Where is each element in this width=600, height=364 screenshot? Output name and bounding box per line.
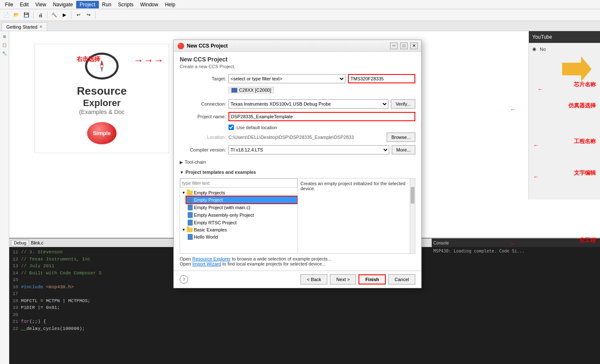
sidebar-icon-2[interactable]: 📋 [1, 41, 8, 49]
tab-close-icon[interactable]: ✕ [39, 24, 42, 29]
toolchain-header[interactable]: ▶ Tool-chain [180, 158, 415, 166]
desc-scrollbar[interactable] [410, 178, 415, 253]
tree-empty-project-mainc[interactable]: Empty Project (with main.c) [186, 204, 297, 211]
sidebar-icon-1[interactable]: ⊞ [1, 33, 8, 40]
dialog-body: New CCS Project Create a new CCS Project… [174, 52, 421, 271]
template-tree-panel: ▼ Empty Projects Empty Project [180, 178, 298, 253]
open-btn[interactable]: 📂 [12, 11, 21, 20]
sep4 [95, 11, 96, 19]
sep2 [47, 11, 48, 19]
location-value: C:\Users\DELL\Desktop\DSP\DSP28335_Examp… [228, 135, 384, 140]
arrow-icon-container [562, 52, 596, 87]
dialog-maximize-btn[interactable]: □ [400, 43, 408, 49]
undo-btn[interactable]: ↩ [74, 11, 83, 20]
compiler-select[interactable]: TI v18.12.4.LTS [228, 145, 389, 154]
menu-edit[interactable]: Edit [16, 1, 32, 8]
file-icon-5 [188, 234, 193, 240]
dialog-minimize-btn[interactable]: ─ [390, 43, 398, 49]
project-name-row: Project name: [180, 112, 415, 121]
console-output: MSP430: Loading complete. Code Si... [432, 247, 600, 255]
link-text-2: to browse a wide selection of example pr… [232, 256, 332, 261]
console-tab[interactable]: Console [433, 241, 449, 245]
dialog-main-title: New CCS Project [180, 56, 415, 63]
print-btn[interactable]: 🖨 [36, 11, 45, 20]
browse-btn[interactable]: Browse... [387, 133, 415, 142]
back-btn[interactable]: < Back [300, 274, 327, 284]
toolchain-label: Tool-chain [185, 159, 206, 165]
save-btn[interactable]: 💾 [22, 11, 31, 20]
templates-label: Project templates and examples [186, 170, 256, 175]
import-wizard-link[interactable]: Import Wizard [192, 261, 221, 266]
menu-window[interactable]: Window [137, 1, 162, 8]
default-location-checkbox[interactable] [228, 125, 234, 130]
folder-icon [187, 191, 193, 195]
sep3 [71, 11, 72, 19]
debug-btn[interactable]: ▶ [60, 11, 69, 20]
tree-empty-projects-folder[interactable]: ▼ Empty Projects [180, 189, 297, 196]
new-btn[interactable]: 📄 [2, 11, 11, 20]
connection-label: Connection: [180, 101, 226, 106]
blink-tab[interactable]: Blink.c [31, 241, 43, 245]
menu-run[interactable]: Run [99, 1, 115, 8]
basic-examples-label: Basic Examples [194, 227, 227, 232]
hello-world-label: Hello World [194, 234, 218, 239]
debug-tab[interactable]: Debug [11, 240, 29, 246]
cancel-btn[interactable]: Cancel [388, 274, 415, 284]
chip-label-icon [231, 88, 237, 93]
link-text-1: Open [180, 256, 192, 261]
link-row-1: Open Resource Explorer to browse a wide … [180, 256, 415, 261]
radio-btn[interactable]: ◉ [532, 46, 536, 52]
large-arrow-icon [562, 52, 596, 86]
toolbar: 📄 📂 💾 🖨 🔨 ▶ ↩ ↪ [0, 9, 600, 21]
empty-project-label: Empty Project [194, 197, 223, 202]
compiler-label: Compiler version: [180, 147, 226, 152]
dialog-title: New CCS Project [187, 43, 388, 49]
redo-btn[interactable]: ↪ [84, 11, 93, 20]
next-btn[interactable]: Next > [330, 274, 356, 284]
svg-marker-2 [562, 56, 592, 82]
tree-empty-project[interactable]: Empty Project [186, 196, 297, 204]
gs-title-2: Explorer [83, 98, 120, 109]
more-btn[interactable]: More... [392, 145, 415, 154]
target-select[interactable]: <select or type filter text> [228, 74, 345, 83]
target-row: Target: <select or type filter text> [180, 74, 415, 83]
tree-scroll: ▼ Empty Projects Empty Project [180, 189, 297, 253]
chip-label-row: C28XX [C2000] [180, 87, 415, 97]
menu-scripts[interactable]: Scripts [115, 1, 137, 8]
finish-btn[interactable]: Finish [358, 274, 385, 284]
menu-navigate[interactable]: Navigate [50, 1, 76, 8]
simple-btn[interactable]: Simple [87, 122, 117, 145]
new-ccs-project-dialog: 🔴 New CCS Project ─ □ ✕ New CCS Project … [173, 40, 422, 288]
toolchain-arrow-icon: ▶ [180, 160, 183, 165]
project-name-input[interactable] [228, 112, 415, 121]
menu-view[interactable]: View [32, 1, 50, 8]
dialog-close-btn[interactable]: ✕ [410, 43, 418, 49]
sidebar-icon-3[interactable]: 🔧 [1, 50, 8, 57]
tab-getting-started[interactable]: Getting Started ✕ [2, 22, 47, 31]
templates-header[interactable]: ▼ Project templates and examples [180, 168, 415, 176]
link-text-3: Open [180, 261, 192, 266]
resource-explorer-link[interactable]: Resource Explorer [192, 256, 231, 261]
template-desc-text: Creates an empty project initialized for… [300, 181, 405, 191]
location-label: Location: [180, 135, 226, 140]
build-btn[interactable]: 🔨 [50, 11, 59, 20]
left-sidebar: ⊞ 📋 🔧 [0, 31, 9, 364]
connection-select[interactable]: Texas Instruments XDS100v1 USB Debug Pro… [228, 99, 388, 109]
dialog-subtitle: Create a new CCS Project. [180, 64, 415, 69]
tree-empty-rtsc[interactable]: Empty RTSC Project [186, 219, 297, 226]
tree-basic-examples-folder[interactable]: ▼ Basic Examples [180, 226, 297, 233]
templates-arrow-icon: ▼ [180, 170, 184, 175]
menu-help[interactable]: Help [162, 1, 179, 8]
menu-project[interactable]: Project [76, 1, 98, 8]
main-area: ⊞ 📋 🔧 Resource Explorer (Examples & Doc … [0, 31, 600, 364]
verify-btn[interactable]: Verify... [391, 99, 415, 109]
tree-basic-examples-children: Hello World [180, 233, 297, 241]
chip-input[interactable] [348, 74, 415, 83]
menu-file[interactable]: File [2, 1, 16, 8]
console-panel: Console MSP430: Loading complete. Code S… [432, 238, 600, 364]
filter-input[interactable] [180, 178, 297, 188]
help-btn[interactable]: ? [180, 275, 188, 284]
tree-empty-assembly[interactable]: Empty Assembly-only Project [186, 211, 297, 219]
tree-hello-world[interactable]: Hello World [186, 233, 297, 241]
resource-explorer-card: Resource Explorer (Examples & Doc Simple [35, 44, 169, 153]
